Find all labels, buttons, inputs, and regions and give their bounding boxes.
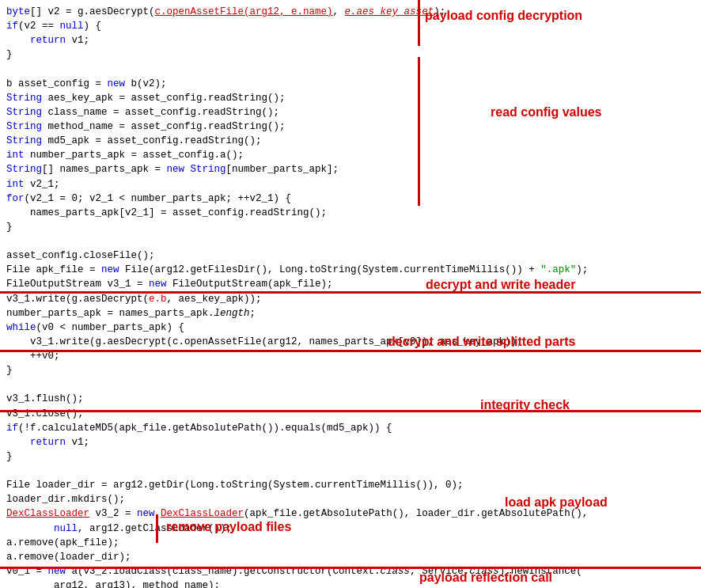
code-line-blank1 bbox=[6, 63, 695, 77]
code-line-1: byte[] v2 = g.aesDecrypt(c.openAssetFile… bbox=[6, 5, 695, 19]
code-line-9: String method_name = asset_config.readSt… bbox=[6, 119, 695, 134]
code-line-blank2 bbox=[6, 234, 695, 248]
code-line-21: v3_1.write(g.aesDecrypt(e.b, aes_key_apk… bbox=[6, 292, 695, 306]
code-line-23: while(v0 < number_parts_apk) { bbox=[6, 321, 695, 335]
code-line-blank3 bbox=[6, 377, 695, 392]
code-line-15: names_parts_apk[v2_1] = asset_config.rea… bbox=[6, 206, 695, 220]
code-line-39: a.remove(loader_dir); bbox=[6, 550, 695, 564]
code-line-32: } bbox=[6, 450, 695, 464]
read-config-vline bbox=[418, 57, 420, 206]
code-line-28: v3_1.flush(); bbox=[6, 392, 695, 406]
annotation-reflection-call: payload reflection call bbox=[419, 568, 552, 586]
code-line-41: arg12, arg13), method_name); bbox=[6, 579, 695, 588]
code-line-38: a.remove(apk_file); bbox=[6, 536, 695, 550]
annotation-remove-payload: remove payload files bbox=[166, 518, 291, 536]
integrity-hline bbox=[0, 410, 701, 412]
code-container: byte[] v2 = g.aesDecrypt(c.openAssetFile… bbox=[0, 0, 701, 588]
code-line-2: if(v2 == null) { bbox=[6, 19, 695, 33]
code-line-19: File apk_file = new File(arg12.getFilesD… bbox=[6, 263, 695, 277]
code-line-37: null, arg12.getClassLoader()); bbox=[6, 522, 695, 536]
code-line-10: String md5_apk = asset_config.readString… bbox=[6, 134, 695, 148]
code-line-6: b asset_config = new b(v2); bbox=[6, 77, 695, 91]
code-line-16: } bbox=[6, 220, 695, 234]
code-line-12: String[] names_parts_apk = new String[nu… bbox=[6, 162, 695, 176]
code-line-13: int v2_1; bbox=[6, 177, 695, 192]
reflection-hline bbox=[0, 567, 701, 569]
config-decryption-vline bbox=[418, 0, 420, 46]
code-line-3: return v1; bbox=[6, 33, 695, 47]
code-line-14: for(v2_1 = 0; v2_1 < number_parts_apk; +… bbox=[6, 192, 695, 206]
code-line-22: number_parts_apk = names_parts_apk.lengt… bbox=[6, 306, 695, 321]
remove-payload-bracket bbox=[156, 514, 158, 543]
code-line-blank4 bbox=[6, 464, 695, 478]
annotation-load-apk: load apk payload bbox=[505, 493, 608, 511]
code-line-4: } bbox=[6, 47, 695, 62]
decrypt-header-hline bbox=[0, 291, 701, 294]
code-line-29: v3_1.close(); bbox=[6, 407, 695, 421]
annotation-config-decryption: payload config decryption bbox=[425, 6, 582, 25]
code-line-20: FileOutputStream v3_1 = new FileOutputSt… bbox=[6, 277, 695, 291]
code-line-18: asset_config.closeFile(); bbox=[6, 248, 695, 263]
decrypt-parts-hline bbox=[0, 350, 701, 352]
code-line-11: int number_parts_apk = asset_config.a(); bbox=[6, 148, 695, 162]
code-line-31: return v1; bbox=[6, 435, 695, 450]
annotation-read-config: read config values bbox=[491, 103, 602, 121]
annotation-decrypt-parts: decrypt and write splitted parts bbox=[388, 332, 575, 351]
code-line-30: if(!f.calculateMD5(apk_file.getAbsoluteP… bbox=[6, 421, 695, 435]
code-line-34: File loader_dir = arg12.getDir(Long.toSt… bbox=[6, 478, 695, 492]
code-line-26: } bbox=[6, 363, 695, 377]
code-line-24: v3_1.write(g.aesDecrypt(c.openAssetFile(… bbox=[6, 335, 695, 349]
